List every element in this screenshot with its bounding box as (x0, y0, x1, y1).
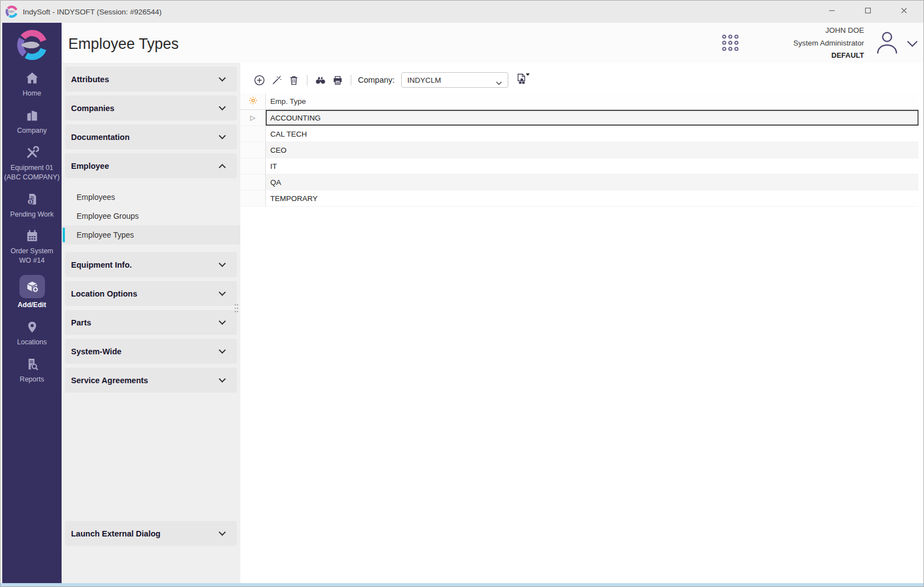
add-button[interactable] (251, 72, 267, 88)
delete-button[interactable] (285, 72, 302, 88)
sidebar-item-label: Reports (20, 375, 44, 384)
table-row[interactable]: ▷ACCOUNTING (240, 110, 918, 126)
nav-item-label: Employees (77, 193, 115, 202)
grid-body: ▷ACCOUNTINGCAL TECHCEOITQATEMPORARY (240, 110, 918, 207)
nav-section-header-equipment-info[interactable]: Equipment Info. (65, 252, 237, 277)
chevron-down-icon (219, 529, 226, 536)
sidebar-icon-box (24, 108, 40, 123)
trash-icon (288, 74, 300, 86)
company-select[interactable]: INDYCLM (401, 72, 508, 88)
emp-type-cell[interactable]: ACCOUNTING (266, 110, 918, 126)
user-menu-chevron-down-icon[interactable] (907, 39, 918, 46)
sidebar-item-add-edit[interactable]: Add/Edit (2, 270, 62, 314)
sidebar-item-pending-work[interactable]: $Pending Work (2, 187, 62, 224)
order-system-icon (24, 228, 40, 244)
sidebar-item-equipment-01-abc-company[interactable]: Equipment 01 (ABC COMPANY) (2, 140, 62, 187)
edit-button[interactable] (268, 72, 285, 88)
user-role: System Administrator (748, 37, 864, 49)
employee-types-grid: Emp. Type ▷ACCOUNTINGCAL TECHCEOITQATEMP… (240, 93, 918, 207)
column-header-emp-type[interactable]: Emp. Type (266, 93, 918, 109)
user-avatar-icon[interactable] (874, 29, 900, 56)
chevron-down-icon (219, 318, 226, 325)
indysoft-logo (17, 30, 47, 60)
sidebar: HomeCompanyEquipment 01 (ABC COMPANY)$Pe… (2, 23, 62, 583)
sidebar-item-locations[interactable]: Locations (2, 314, 62, 352)
sidebar-nav: HomeCompanyEquipment 01 (ABC COMPANY)$Pe… (2, 66, 62, 389)
minimize-button[interactable] (825, 4, 839, 19)
panel-resize-grip[interactable] (234, 303, 239, 313)
body-row: AttributesCompaniesDocumentationEmployee… (62, 63, 923, 583)
indysoft-logo (6, 6, 18, 18)
table-row[interactable]: CAL TECH (240, 126, 918, 142)
nav-section-header-attributes[interactable]: Attributes (65, 67, 237, 92)
export-button[interactable] (513, 72, 531, 88)
home-icon (24, 71, 40, 86)
nav-section-header-companies[interactable]: Companies (65, 96, 237, 121)
nav-section-header-parts[interactable]: Parts (65, 310, 237, 335)
apps-menu-button[interactable] (721, 33, 740, 52)
nav-section-label: Attributes (71, 75, 109, 84)
emp-type-cell[interactable]: QA (266, 174, 918, 190)
reports-icon (24, 357, 40, 372)
nav-subitems: EmployeesEmployee GroupsEmployee Types (62, 182, 240, 252)
nav-section-header-documentation[interactable]: Documentation (65, 124, 237, 149)
table-row[interactable]: TEMPORARY (240, 190, 918, 207)
maximize-button[interactable] (861, 4, 875, 19)
sidebar-icon-box (24, 71, 40, 86)
nav-sections: AttributesCompaniesDocumentationEmployee… (62, 67, 240, 393)
nav-section-parts: Parts (62, 310, 240, 335)
sidebar-item-label: Pending Work (10, 210, 53, 219)
maximize-icon (864, 7, 872, 17)
window-title: IndySoft - INDYSOFT (Session: #926544) (23, 8, 161, 16)
emp-type-cell[interactable]: CAL TECH (266, 126, 918, 142)
locations-icon (24, 319, 40, 335)
chevron-down-icon (496, 78, 502, 82)
sidebar-item-company[interactable]: Company (2, 103, 62, 140)
company-label: Company: (358, 76, 395, 84)
app-body: HomeCompanyEquipment 01 (ABC COMPANY)$Pe… (1, 23, 923, 583)
sidebar-icon-box (19, 275, 45, 298)
nav-item-employee-types[interactable]: Employee Types (62, 225, 240, 244)
window-bottom-edge (1, 583, 923, 586)
row-indicator-cell (240, 190, 266, 207)
close-button[interactable] (897, 4, 911, 19)
nav-section-launch-external-dialog[interactable]: Launch External Dialog (65, 521, 237, 546)
nav-section-label: Service Agreements (71, 376, 148, 385)
sidebar-item-label: Company (17, 126, 47, 136)
nav-section-header-system-wide[interactable]: System-Wide (65, 339, 237, 364)
minimize-icon (828, 7, 836, 17)
sidebar-icon-box (24, 145, 40, 160)
page-header: Employee Types JOHN DOE Sys (62, 23, 923, 63)
sidebar-item-label: Add/Edit (18, 300, 46, 310)
row-indicator-cell (240, 174, 266, 190)
table-row[interactable]: QA (240, 174, 918, 190)
nav-section-service-agreements: Service Agreements (62, 368, 240, 393)
emp-type-cell[interactable]: CEO (266, 142, 918, 158)
nav-section-label: Documentation (71, 133, 130, 142)
print-button[interactable] (329, 72, 346, 88)
grid-corner-cell[interactable] (240, 93, 266, 109)
sidebar-item-order-system-wo-14[interactable]: Order System WO #14 (2, 223, 62, 270)
sidebar-item-reports[interactable]: Reports (2, 352, 62, 389)
emp-type-cell[interactable]: TEMPORARY (266, 190, 918, 207)
nav-section-label: Location Options (71, 289, 137, 298)
export-grid-icon (515, 72, 530, 88)
chevron-down-icon (219, 103, 226, 111)
emp-type-cell[interactable]: IT (266, 158, 918, 174)
nav-section-header-service-agreements[interactable]: Service Agreements (65, 368, 237, 393)
sidebar-icon-box: $ (24, 192, 40, 207)
table-row[interactable]: CEO (240, 142, 918, 158)
nav-item-employee-groups[interactable]: Employee Groups (62, 207, 240, 225)
sidebar-item-home[interactable]: Home (2, 66, 62, 103)
nav-section-header-employee[interactable]: Employee (65, 153, 237, 178)
nav-item-employees[interactable]: Employees (62, 188, 240, 207)
nav-footer-section: Launch External Dialog (62, 521, 240, 550)
equipment-icon (24, 145, 40, 160)
nav-section-header-location-options[interactable]: Location Options (65, 281, 237, 306)
user-name: JOHN DOE (748, 24, 864, 37)
user-info: JOHN DOE System Administrator DEFAULT (748, 24, 864, 62)
nav-section-label: Employee (71, 162, 109, 170)
table-row[interactable]: IT (240, 158, 918, 174)
user-area: JOHN DOE System Administrator DEFAULT (721, 26, 918, 60)
find-button[interactable] (312, 72, 329, 88)
